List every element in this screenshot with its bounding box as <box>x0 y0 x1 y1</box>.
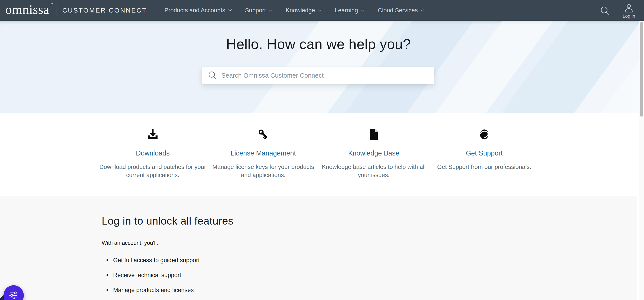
search-icon <box>208 71 218 80</box>
tile-description: Knowledge base articles to help with all… <box>319 163 429 179</box>
hero-search-input[interactable] <box>222 72 428 79</box>
hero-section: Hello. How can we help you? <box>0 21 644 113</box>
menu-item-support[interactable]: Support <box>245 7 272 14</box>
brand[interactable]: omnissa ™ CUSTOMER CONNECT <box>5 4 147 16</box>
chevron-down-icon <box>318 9 322 12</box>
list-item: Manage products and licenses <box>108 286 637 294</box>
tile-title-link[interactable]: Downloads <box>136 149 170 157</box>
menu-item-label: Learning <box>335 7 358 14</box>
key-icon <box>257 128 270 143</box>
nav-right-actions: Log in <box>600 2 638 19</box>
menu-item-products-and-accounts[interactable]: Products and Accounts <box>164 7 232 14</box>
headset-person-icon <box>478 128 490 143</box>
trademark-symbol: ™ <box>50 2 53 6</box>
hero-search-box <box>202 67 434 84</box>
chevron-down-icon <box>360 9 364 12</box>
vertical-scrollbar-track[interactable] <box>639 0 644 300</box>
chevron-down-icon <box>228 9 232 12</box>
list-item: Get full access to guided support <box>108 256 637 264</box>
tile-title-link[interactable]: License Management <box>231 149 296 157</box>
login-promo-section: Log in to unlock all features With an ac… <box>0 196 637 300</box>
menu-item-label: Products and Accounts <box>164 7 225 14</box>
omnissa-logo: omnissa <box>5 3 49 16</box>
vertical-scrollbar-thumb[interactable] <box>640 22 643 117</box>
login-promo-heading: Log in to unlock all features <box>102 215 637 227</box>
chevron-down-icon <box>268 9 272 12</box>
login-promo-subheading: With an account, you'll: <box>102 240 637 246</box>
login-label: Log in <box>623 13 635 19</box>
download-icon <box>146 128 159 143</box>
menu-item-label: Knowledge <box>286 7 315 14</box>
menu-item-knowledge[interactable]: Knowledge <box>286 7 322 14</box>
tile-title-link[interactable]: Knowledge Base <box>348 149 400 157</box>
tile-title-link[interactable]: Get Support <box>466 149 502 157</box>
tile-description: Download products and patches for your c… <box>98 163 208 179</box>
tile-description: Manage license keys for your products an… <box>208 163 318 179</box>
hero-heading: Hello. How can we help you? <box>0 36 637 52</box>
omnissa-customer-connect-page: omnissa ™ CUSTOMER CONNECT Products and … <box>0 0 644 300</box>
login-button[interactable]: Log in <box>623 4 635 19</box>
menu-item-label: Cloud Services <box>378 7 418 14</box>
login-benefits-list: Get full access to guided support Receiv… <box>102 256 637 294</box>
menu-item-label: Support <box>245 7 266 14</box>
document-icon <box>367 128 380 143</box>
chevron-down-icon <box>420 9 424 12</box>
search-icon <box>600 6 610 16</box>
portal-title: CUSTOMER CONNECT <box>62 6 147 14</box>
list-item: Receive technical support <box>108 271 637 279</box>
tile-description: Get Support from our professionals. <box>437 163 531 171</box>
person-icon <box>624 4 634 13</box>
main-menu: Products and Accounts Support Knowledge … <box>164 7 424 14</box>
nav-search-button[interactable] <box>600 6 610 16</box>
brand-divider <box>56 5 57 16</box>
top-navigation-bar: omnissa ™ CUSTOMER CONNECT Products and … <box>0 0 644 21</box>
menu-item-cloud-services[interactable]: Cloud Services <box>378 7 424 14</box>
tile-downloads[interactable]: Downloads Download products and patches … <box>98 128 208 196</box>
tile-license-management[interactable]: License Management Manage license keys f… <box>208 128 318 196</box>
feature-tiles: Downloads Download products and patches … <box>0 113 637 196</box>
tile-get-support[interactable]: Get Support Get Support from our profess… <box>429 128 540 196</box>
menu-item-learning[interactable]: Learning <box>335 7 364 14</box>
tile-knowledge-base[interactable]: Knowledge Base Knowledge base articles t… <box>318 128 429 196</box>
filter-sliders-icon <box>8 290 19 300</box>
